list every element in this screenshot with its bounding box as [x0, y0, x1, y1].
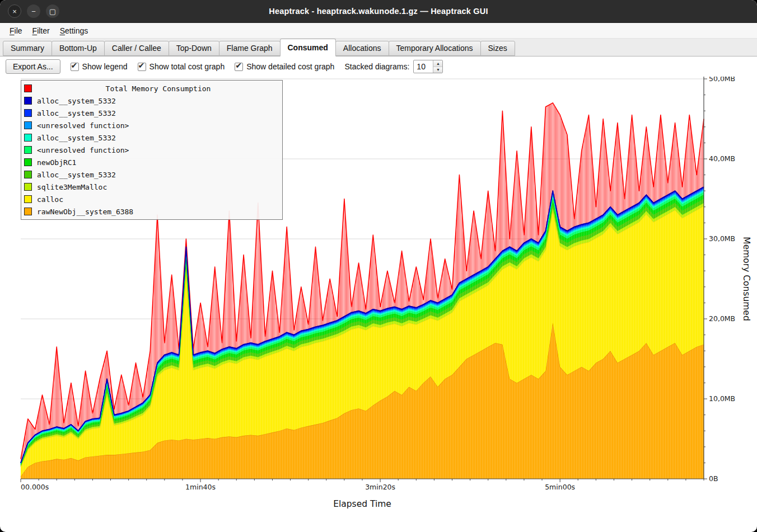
maximize-button[interactable]: ▢ — [46, 4, 59, 18]
legend-label: alloc__system_5332 — [37, 134, 116, 142]
legend-item: calloc — [24, 193, 279, 205]
checkbox-box[interactable]: ✔ — [138, 63, 146, 71]
check-icon: ✔ — [138, 61, 145, 70]
legend-label: alloc__system_5332 — [37, 109, 116, 117]
legend-label: calloc — [37, 195, 63, 204]
checkbox-box[interactable]: ✔ — [71, 63, 79, 71]
checkbox-show-legend[interactable]: ✔Show legend — [71, 62, 128, 71]
y-axis-title: Memory Consumed — [741, 237, 751, 321]
spin-down-icon[interactable]: ▼ — [433, 67, 442, 73]
legend-swatch — [24, 146, 32, 154]
tab-bar: SummaryBottom-UpCaller / CalleeTop-DownF… — [0, 39, 757, 57]
legend-item: alloc__system_5332 — [24, 107, 279, 119]
checkbox-box[interactable]: ✔ — [235, 63, 243, 71]
menu-settings[interactable]: Settings — [55, 25, 94, 37]
legend-label: <unresolved function> — [37, 121, 129, 130]
legend-swatch — [24, 134, 32, 142]
legend-swatch — [24, 97, 32, 105]
x-axis-title: Elapsed Time — [333, 499, 391, 509]
tab-flame-graph[interactable]: Flame Graph — [219, 41, 281, 56]
menu-filter[interactable]: Filter — [27, 25, 55, 37]
stacked-diagrams-value: 10 — [414, 60, 433, 73]
legend-item: <unresolved function> — [24, 144, 279, 156]
title-bar[interactable]: ×−▢ Heaptrack - heaptrack.wakunode.1.gz … — [0, 0, 757, 23]
legend-item: rawNewObj__system_6388 — [24, 205, 279, 218]
y-tick-label: 40,0MB — [709, 154, 735, 163]
checkbox-label: Show legend — [82, 62, 128, 71]
checkbox-show-detailed-cost-graph[interactable]: ✔Show detailed cost graph — [235, 62, 334, 71]
legend-item: sqlite3MemMalloc — [24, 181, 279, 193]
tab-consumed[interactable]: Consumed — [280, 39, 336, 57]
legend-label: <unresolved function> — [37, 146, 129, 154]
stacked-diagrams-control: Stacked diagrams: 10 ▲ ▼ — [344, 60, 443, 73]
check-icon: ✔ — [235, 61, 242, 70]
chart-legend: Total Memory Consumptionalloc__system_53… — [21, 80, 283, 220]
legend-swatch — [24, 208, 32, 215]
y-tick-label: 20,0MB — [709, 314, 735, 323]
tab-allocations[interactable]: Allocations — [335, 41, 389, 56]
spinbox-arrows: ▲ ▼ — [433, 60, 442, 73]
stacked-diagrams-label: Stacked diagrams: — [344, 62, 409, 71]
legend-swatch — [24, 121, 32, 129]
close-icon: × — [12, 8, 17, 15]
tab-sizes[interactable]: Sizes — [480, 41, 515, 56]
legend-label: rawNewObj__system_6388 — [37, 208, 133, 216]
tab-summary[interactable]: Summary — [3, 41, 52, 56]
x-tick-label: 5min00s — [545, 483, 575, 491]
legend-item: alloc__system_5332 — [24, 95, 279, 107]
legend-swatch — [24, 158, 32, 166]
app-window: 00.000s1min40s3min20s5min00s0B10,0MB20,0… — [0, 0, 757, 532]
menu-bar: FileFilterSettings — [0, 23, 757, 39]
tab-temporary-allocations[interactable]: Temporary Allocations — [389, 41, 481, 56]
legend-label: newObjRC1 — [37, 158, 76, 167]
stacked-diagrams-spinbox[interactable]: 10 ▲ ▼ — [413, 60, 443, 73]
legend-label: alloc__system_5332 — [37, 171, 116, 179]
window-controls: ×−▢ — [8, 4, 59, 18]
tab-bottom-up[interactable]: Bottom-Up — [52, 41, 105, 56]
chart-toolbar: Export As... ✔Show legend✔Show total cos… — [0, 57, 757, 77]
legend-label: alloc__system_5332 — [37, 97, 116, 105]
y-tick-label: 10,0MB — [709, 394, 735, 403]
y-tick-label: 0B — [709, 474, 718, 483]
spin-up-icon[interactable]: ▲ — [433, 60, 442, 67]
check-icon: ✔ — [71, 61, 78, 70]
close-button[interactable]: × — [8, 4, 21, 18]
minimize-icon: − — [31, 8, 36, 15]
legend-item: <unresolved function> — [24, 119, 279, 131]
legend-item: newObjRC1 — [24, 156, 279, 168]
x-tick-label: 3min20s — [365, 483, 395, 491]
legend-label: sqlite3MemMalloc — [37, 183, 107, 191]
menu-file[interactable]: File — [4, 25, 27, 37]
legend-swatch — [24, 84, 32, 92]
legend-swatch — [24, 171, 32, 178]
minimize-button[interactable]: − — [27, 4, 40, 18]
x-tick-label: 1min40s — [185, 483, 216, 491]
y-tick-label: 30,0MB — [709, 234, 735, 243]
checkbox-label: Show detailed cost graph — [246, 62, 334, 71]
legend-item: alloc__system_5332 — [24, 131, 279, 144]
tab-top-down[interactable]: Top-Down — [169, 41, 219, 56]
checkbox-group: ✔Show legend✔Show total cost graph✔Show … — [71, 62, 335, 71]
legend-title: Total Memory Consumption — [37, 84, 279, 93]
legend-item: alloc__system_5332 — [24, 168, 279, 181]
export-as-button[interactable]: Export As... — [6, 59, 60, 74]
tab-caller-callee[interactable]: Caller / Callee — [104, 41, 169, 56]
checkbox-label: Show total cost graph — [149, 62, 225, 71]
maximize-icon: ▢ — [49, 8, 56, 15]
x-tick-label: 00.000s — [21, 483, 49, 491]
checkbox-show-total-cost-graph[interactable]: ✔Show total cost graph — [138, 62, 225, 71]
legend-swatch — [24, 183, 32, 191]
legend-swatch — [24, 195, 32, 203]
legend-swatch — [24, 109, 32, 117]
window-title: Heaptrack - heaptrack.wakunode.1.gz — He… — [269, 7, 488, 16]
legend-title-row: Total Memory Consumption — [24, 82, 279, 95]
